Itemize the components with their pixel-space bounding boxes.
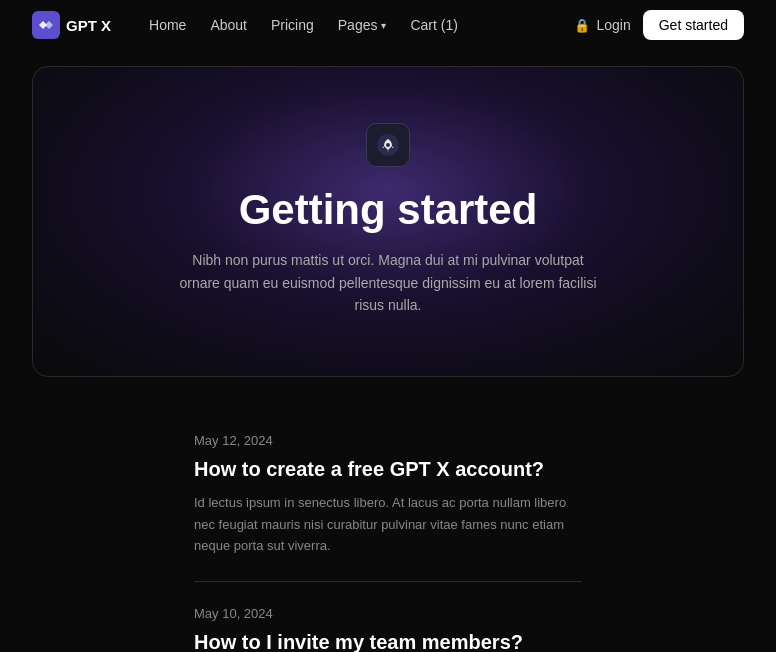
article-title: How to I invite my team members?: [194, 629, 582, 652]
articles-list: May 12, 2024 How to create a free GPT X …: [0, 409, 776, 652]
article-title: How to create a free GPT X account?: [194, 456, 582, 482]
hero-subtitle: Nibh non purus mattis ut orci. Magna dui…: [178, 249, 598, 316]
nav-right: 🔒 Login Get started: [574, 10, 744, 40]
article-body: Id lectus ipsum in senectus libero. At l…: [194, 492, 582, 556]
article-item: May 10, 2024 How to I invite my team mem…: [194, 581, 582, 652]
get-started-button[interactable]: Get started: [643, 10, 744, 40]
nav-cart[interactable]: Cart (1): [400, 11, 467, 39]
nav-links: Home About Pricing Pages ▾ Cart (1): [139, 11, 574, 39]
hero-title: Getting started: [239, 187, 538, 233]
login-button[interactable]: 🔒 Login: [574, 17, 630, 33]
article-item: May 12, 2024 How to create a free GPT X …: [194, 409, 582, 580]
nav-home[interactable]: Home: [139, 11, 196, 39]
article-date: May 12, 2024: [194, 433, 582, 448]
chevron-down-icon: ▾: [381, 20, 386, 31]
lock-icon: 🔒: [574, 18, 590, 33]
nav-pages[interactable]: Pages ▾: [328, 11, 397, 39]
logo-text: GPT X: [66, 17, 111, 34]
rocket-icon: [377, 134, 399, 156]
nav-pricing[interactable]: Pricing: [261, 11, 324, 39]
article-date: May 10, 2024: [194, 606, 582, 621]
navbar: GPT X Home About Pricing Pages ▾ Cart (1…: [0, 0, 776, 50]
nav-about[interactable]: About: [200, 11, 257, 39]
logo[interactable]: GPT X: [32, 11, 111, 39]
hero-card: Getting started Nibh non purus mattis ut…: [32, 66, 744, 377]
hero-icon-box: [366, 123, 410, 167]
svg-point-2: [386, 143, 390, 147]
